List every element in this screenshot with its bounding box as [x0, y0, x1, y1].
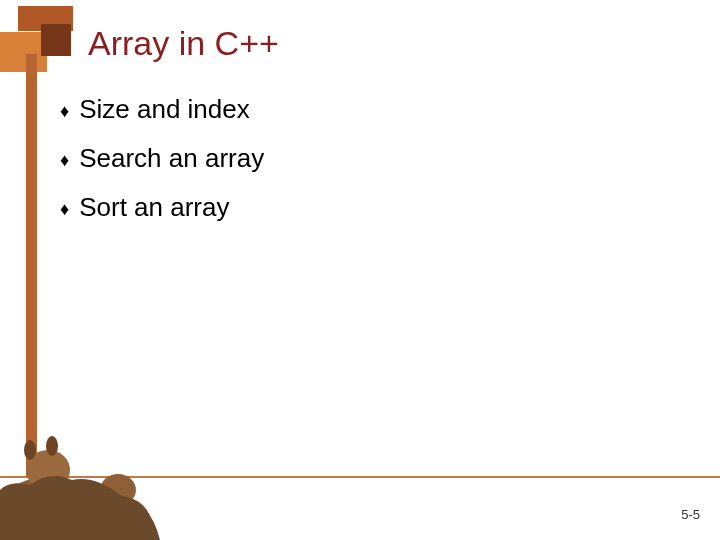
diamond-icon: ♦ — [60, 102, 69, 120]
bullet-list: ♦ Size and index ♦ Search an array ♦ Sor… — [60, 94, 660, 241]
svg-point-2 — [70, 494, 150, 540]
bullet-text: Size and index — [79, 94, 250, 125]
diamond-icon: ♦ — [60, 151, 69, 169]
left-bar — [26, 54, 37, 476]
accent-square-brown — [41, 24, 71, 56]
list-item: ♦ Sort an array — [60, 192, 660, 223]
bullet-text: Sort an array — [79, 192, 229, 223]
page-number: 5-5 — [681, 507, 700, 522]
slide-title: Array in C++ — [88, 24, 279, 63]
diamond-icon: ♦ — [60, 200, 69, 218]
list-item: ♦ Search an array — [60, 143, 660, 174]
footer-line — [0, 476, 720, 478]
svg-point-5 — [46, 436, 58, 456]
bullet-text: Search an array — [79, 143, 264, 174]
slide: Array in C++ ♦ Size and index ♦ Search a… — [0, 0, 720, 540]
list-item: ♦ Size and index — [60, 94, 660, 125]
svg-point-0 — [0, 478, 84, 540]
accent-square-orange — [0, 32, 47, 72]
svg-point-3 — [100, 474, 136, 506]
